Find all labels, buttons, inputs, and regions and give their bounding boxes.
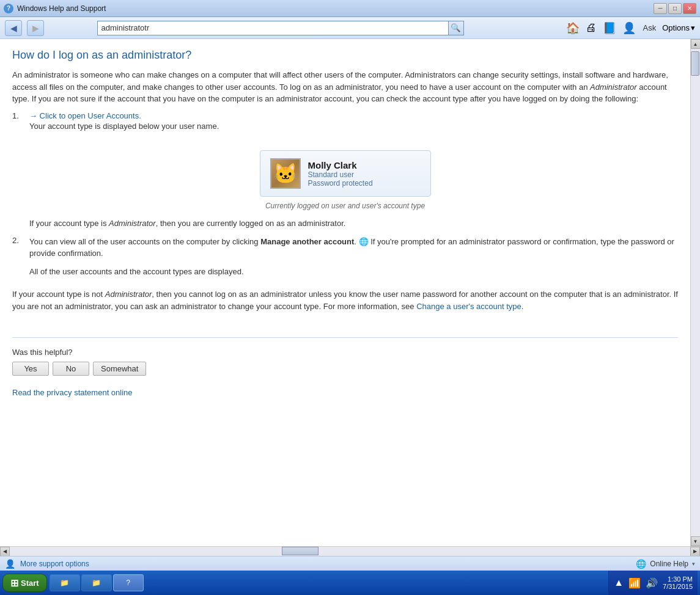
app-icon: ?	[4, 4, 13, 13]
user-detail-1: Standard user	[308, 170, 373, 179]
user-card-caption: Currently logged on user and user's acco…	[12, 202, 678, 210]
helpful-label: Was this helpful?	[12, 348, 678, 357]
minimize-button[interactable]: ─	[654, 3, 667, 14]
ask-button[interactable]: Ask	[641, 22, 659, 34]
privacy-link-container: Read the privacy statement online	[12, 388, 678, 397]
cat-face: 🐱	[271, 158, 300, 189]
chevron-icon[interactable]: ▲	[614, 577, 624, 588]
user-info: Molly Clark Standard user Password prote…	[308, 160, 373, 188]
step-1-admin-note: If your account type is Administrator, t…	[29, 217, 678, 230]
title-bar: ? Windows Help and Support ─ □ ✕	[0, 0, 700, 17]
taskbar-right: ▲ 📶 🔊 1:30 PM 7/31/2015	[608, 571, 698, 595]
step-2-detail: All of the user accounts and the account…	[29, 266, 678, 278]
user-name: Molly Clark	[308, 160, 373, 170]
taskbar-item-explorer2[interactable]: 📁	[81, 574, 112, 591]
step-1: 1. → Click to open User Accounts. Your a…	[12, 111, 678, 139]
print-icon[interactable]: 🖨	[584, 20, 598, 35]
options-button[interactable]: Options ▾	[662, 23, 695, 32]
vertical-scrollbar[interactable]: ▲ ▼	[690, 39, 700, 546]
step-2: 2. You can view all of the user accounts…	[12, 236, 678, 284]
no-button[interactable]: No	[53, 362, 89, 376]
somewhat-button[interactable]: Somewhat	[93, 362, 146, 376]
step-2-content: You can view all of the user accounts on…	[29, 236, 678, 284]
divider	[12, 337, 678, 338]
system-clock[interactable]: 1:30 PM 7/31/2015	[663, 575, 693, 590]
footer-paragraph: If your account type is not Administrato…	[12, 288, 678, 312]
content-area: How do I log on as an administrator? An …	[0, 39, 690, 546]
change-account-link[interactable]: Change a user's account type	[416, 302, 521, 311]
bookmark-icon[interactable]: 📘	[602, 20, 617, 36]
cat-avatar: 🐱	[271, 158, 300, 189]
title-bar-buttons: ─ □ ✕	[654, 3, 696, 14]
network-icon[interactable]: 📶	[628, 577, 641, 589]
back-button[interactable]: ◀	[5, 20, 22, 36]
support-icon: 👤	[5, 559, 15, 569]
taskbar-item-explorer1[interactable]: 📁	[50, 574, 80, 591]
more-support-link[interactable]: More support options	[20, 560, 89, 568]
user-card: 🐱 Molly Clark Standard user Password pro…	[260, 150, 431, 197]
status-right: 🌐 Online Help ▾	[636, 559, 695, 569]
intro-paragraph: An administrator is someone who can make…	[12, 69, 678, 105]
clock-date: 7/31/2015	[663, 583, 693, 590]
online-icon: 🌐	[636, 559, 646, 569]
step-2-number: 2.	[12, 236, 24, 284]
search-icon: 🔍	[451, 23, 461, 32]
scroll-down-arrow[interactable]: ▼	[691, 536, 701, 546]
scroll-thumb[interactable]	[691, 51, 699, 76]
step-2-text: You can view all of the user accounts on…	[29, 236, 678, 260]
start-button[interactable]: ⊞ Start	[2, 574, 47, 592]
scroll-left-arrow[interactable]: ◀	[0, 547, 10, 557]
horizontal-scrollbar[interactable]: ◀ ▶	[0, 546, 700, 556]
taskbar: ⊞ Start 📁 📁 ? ▲ 📶 🔊 1:30 PM 7/31/2015	[0, 571, 700, 595]
online-label: Online Help	[650, 560, 688, 568]
helpful-section: Was this helpful? Yes No Somewhat	[12, 348, 678, 376]
open-user-accounts-link[interactable]: → Click to open User Accounts.	[29, 111, 141, 120]
user-help-icon[interactable]: 👤	[621, 20, 637, 36]
helpful-buttons: Yes No Somewhat	[12, 362, 678, 376]
search-button[interactable]: 🔍	[448, 21, 464, 35]
search-input[interactable]	[97, 21, 448, 35]
windows-logo-icon: ⊞	[10, 577, 18, 589]
scroll-up-arrow[interactable]: ▲	[691, 39, 701, 49]
step-1-content: → Click to open User Accounts. Your acco…	[29, 111, 678, 139]
taskbar-item-help[interactable]: ?	[113, 574, 144, 591]
hscroll-track[interactable]	[10, 547, 690, 556]
taskbar-items: 📁 📁 ?	[50, 574, 606, 591]
user-card-container: 🐱 Molly Clark Standard user Password pro…	[12, 150, 678, 197]
search-bar: 🔍	[97, 21, 464, 35]
volume-icon[interactable]: 🔊	[646, 577, 658, 589]
user-detail-2: Password protected	[308, 179, 373, 188]
hscroll-thumb[interactable]	[282, 547, 319, 555]
privacy-link[interactable]: Read the privacy statement online	[12, 388, 133, 397]
step-1-detail: Your account type is displayed below you…	[29, 120, 678, 133]
title-bar-left: ? Windows Help and Support	[4, 4, 106, 13]
forward-button[interactable]: ▶	[27, 20, 44, 36]
toolbar-right: 🏠 🖨 📘 👤 Ask Options ▾	[565, 20, 695, 36]
scroll-track[interactable]	[691, 49, 700, 536]
clock-time: 1:30 PM	[663, 575, 693, 583]
avatar: 🐱	[270, 158, 301, 189]
toolbar: ◀ ▶ 🔍 🏠 🖨 📘 👤 Ask Options ▾	[0, 17, 700, 39]
main-area: How do I log on as an administrator? An …	[0, 39, 700, 546]
status-bar: 👤 More support options 🌐 Online Help ▾	[0, 556, 700, 571]
step-1-number: 1.	[12, 111, 24, 139]
home-icon[interactable]: 🏠	[565, 20, 581, 36]
window-title: Windows Help and Support	[17, 4, 106, 13]
close-button[interactable]: ✕	[683, 3, 696, 14]
maximize-button[interactable]: □	[668, 3, 682, 14]
page-title: How do I log on as an administrator?	[12, 49, 678, 62]
online-dropdown-arrow[interactable]: ▾	[692, 561, 695, 567]
scroll-right-arrow[interactable]: ▶	[690, 547, 700, 557]
yes-button[interactable]: Yes	[12, 362, 49, 376]
